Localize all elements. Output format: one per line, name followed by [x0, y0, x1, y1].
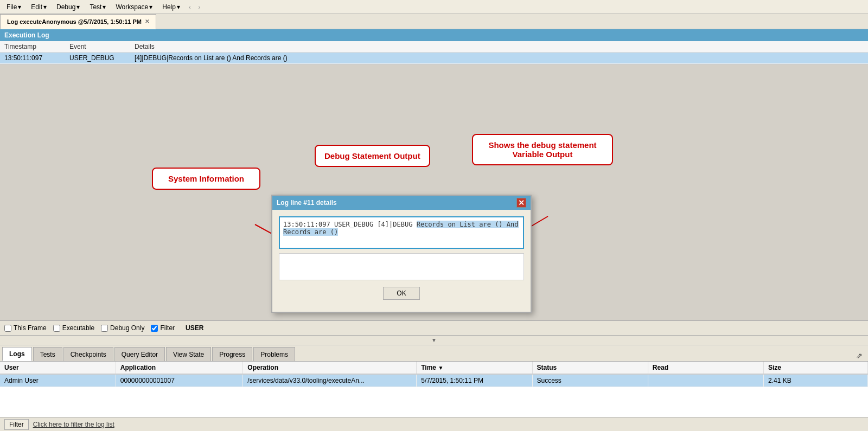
tab-view-state[interactable]: View State [166, 347, 211, 361]
tab-log-execute[interactable]: Log executeAnonymous @5/7/2015, 1:50:11 … [0, 14, 156, 29]
tab-query-editor[interactable]: Query Editor [114, 347, 165, 361]
dialog-titlebar: Log line #11 details ✕ [272, 196, 531, 210]
bottom-tabs: Logs Tests Checkpoints Query Editor View… [0, 345, 868, 362]
dialog-content-area: 13:50:11:097 USER_DEBUG [4]|DEBUG Record… [279, 216, 524, 249]
menu-file[interactable]: File ▾ [2, 2, 25, 12]
dialog-title: Log line #11 details [277, 199, 337, 207]
logs-col-application: Application [116, 362, 243, 374]
debug-only-checkbox[interactable] [101, 325, 108, 332]
lower-section: Logs Tests Checkpoints Query Editor View… [0, 345, 868, 431]
cell-application: 000000000001007 [116, 374, 243, 387]
menubar: File ▾ Edit ▾ Debug ▾ Test ▾ Workspace ▾… [0, 0, 868, 14]
cell-user: Admin User [0, 374, 116, 387]
execution-log-header: Execution Log [0, 29, 868, 41]
debug-only-label: Debug Only [110, 324, 144, 332]
logs-col-user: User [0, 362, 116, 374]
executable-label: Executable [62, 324, 94, 332]
cell-time: 5/7/2015, 1:50:11 PM [417, 374, 532, 387]
filter-user-text: USER [186, 324, 203, 332]
scroll-down-icon: ▼ [431, 337, 437, 343]
table-row[interactable]: Admin User 000000000001007 /services/dat… [0, 374, 868, 387]
tab-progress[interactable]: Progress [212, 347, 252, 361]
callout-variable-output: Shows the debug statement Variable Outpu… [472, 134, 613, 165]
tab-label: Log executeAnonymous @5/7/2015, 1:50:11 … [7, 18, 142, 25]
app-layout: File ▾ Edit ▾ Debug ▾ Test ▾ Workspace ▾… [0, 0, 868, 431]
cell-status: Success [532, 374, 648, 387]
logs-table: User Application Operation Time ▼ Status… [0, 362, 868, 387]
menu-debug[interactable]: Debug ▾ [52, 2, 84, 12]
logs-col-time[interactable]: Time ▼ [417, 362, 532, 374]
cell-operation: /services/data/v33.0/tooling/executeAn..… [243, 374, 417, 387]
menu-help[interactable]: Help ▾ [158, 2, 184, 12]
dialog-ok-button[interactable]: OK [383, 287, 419, 300]
tabbar: Log executeAnonymous @5/7/2015, 1:50:11 … [0, 14, 868, 29]
cell-details: [4]|DEBUG|Records on List are () And Rec… [130, 53, 868, 64]
expand-icon[interactable]: ⇗ [853, 350, 866, 361]
filter-executable[interactable]: Executable [53, 324, 94, 332]
tab-checkpoints[interactable]: Checkpoints [63, 347, 113, 361]
dialog-empty-area [279, 253, 524, 280]
col-timestamp: Timestamp [0, 41, 65, 53]
logs-col-read: Read [648, 362, 763, 374]
tab-tests[interactable]: Tests [33, 347, 62, 361]
logs-col-size: Size [764, 362, 868, 374]
menu-test[interactable]: Test ▾ [85, 2, 110, 12]
execution-log-panel: Execution Log Timestamp Event Details 13… [0, 29, 868, 65]
filter-click-text[interactable]: Click here to filter the log list [33, 421, 114, 428]
cell-read [648, 374, 763, 387]
sort-icon: ▼ [438, 365, 443, 371]
menu-workspace[interactable]: Workspace ▾ [111, 2, 157, 12]
tab-logs[interactable]: Logs [2, 347, 32, 361]
callout-system-info: System Information [152, 168, 260, 190]
cell-size: 2.41 KB [764, 374, 868, 387]
this-frame-checkbox[interactable] [4, 325, 11, 332]
main-area: System Information Debug Statement Outpu… [0, 65, 868, 320]
dialog-body: 13:50:11:097 USER_DEBUG [4]|DEBUG Record… [272, 210, 531, 312]
dialog-footer: OK [279, 287, 524, 305]
log-detail-dialog: Log line #11 details ✕ 13:50:11:097 USER… [271, 195, 532, 313]
filter-filter[interactable]: Filter [151, 324, 175, 332]
col-details: Details [130, 41, 868, 53]
tab-close-icon[interactable]: ✕ [145, 18, 149, 24]
filter-debug-only[interactable]: Debug Only [101, 324, 144, 332]
cell-timestamp: 13:50:11:097 [0, 53, 65, 64]
scroll-indicator: ▼ [0, 336, 868, 345]
nav-forward-button[interactable]: › [195, 3, 204, 11]
this-frame-label: This Frame [14, 324, 47, 332]
status-bar: Filter Click here to filter the log list [0, 417, 868, 431]
execution-log-table: Timestamp Event Details 13:50:11:097 USE… [0, 41, 868, 64]
nav-back-button[interactable]: ‹ [186, 3, 194, 11]
logs-col-status: Status [532, 362, 648, 374]
upper-section: Execution Log Timestamp Event Details 13… [0, 29, 868, 336]
filter-checkbox[interactable] [151, 325, 158, 332]
callout-debug-output: Debug Statement Output [315, 145, 430, 167]
tab-problems[interactable]: Problems [253, 347, 295, 361]
col-event: Event [65, 41, 130, 53]
executable-checkbox[interactable] [53, 325, 60, 332]
cell-event: USER_DEBUG [65, 53, 130, 64]
logs-col-operation: Operation [243, 362, 417, 374]
dialog-close-button[interactable]: ✕ [516, 198, 526, 208]
status-filter-button[interactable]: Filter [4, 419, 29, 430]
filter-label: Filter [160, 324, 175, 332]
filter-bar: This Frame Executable Debug Only Filter … [0, 320, 868, 336]
dialog-text-normal: 13:50:11:097 USER_DEBUG [4]|DEBUG [283, 221, 412, 228]
table-row[interactable]: 13:50:11:097 USER_DEBUG [4]|DEBUG|Record… [0, 53, 868, 64]
menu-edit[interactable]: Edit ▾ [27, 2, 51, 12]
filter-this-frame[interactable]: This Frame [4, 324, 47, 332]
